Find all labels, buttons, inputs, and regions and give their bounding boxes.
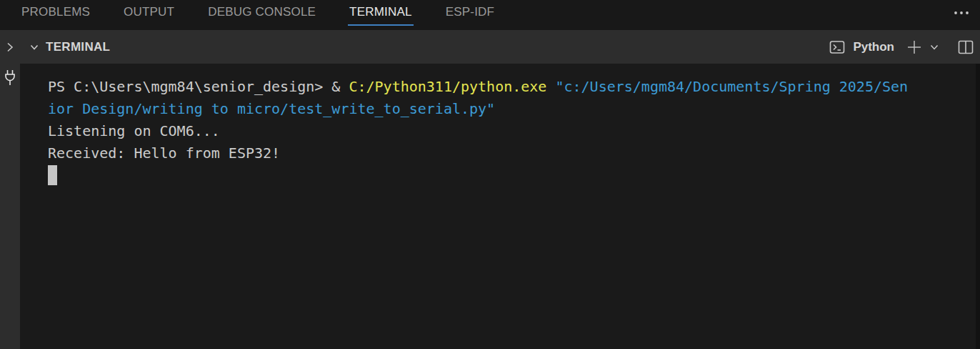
terminal-line: Listening on COM6... [48, 120, 976, 142]
panel-tabbar-tabs: PROBLEMSOUTPUTDEBUG CONSOLETERMINALESP-I… [20, 0, 526, 26]
terminal-text-segment [546, 78, 555, 95]
tab-terminal[interactable]: TERMINAL [348, 0, 414, 26]
plus-icon [906, 39, 923, 56]
tab-problems[interactable]: PROBLEMS [20, 0, 91, 26]
tab-debug-console[interactable]: DEBUG CONSOLE [206, 0, 317, 26]
terminal-cursor-line [48, 164, 976, 187]
tab-esp-idf[interactable]: ESP-IDF [444, 0, 496, 26]
split-pane-icon [957, 39, 974, 55]
terminal-line: PS C:\Users\mgm84\senior_design> & C:/Py… [48, 76, 976, 98]
terminal-output[interactable]: PS C:\Users\mgm84\senior_design> & C:/Py… [20, 64, 980, 349]
terminal-shell-icon [829, 39, 846, 55]
tab-output[interactable]: OUTPUT [122, 0, 176, 26]
chevron-down-icon [929, 41, 940, 53]
launch-profile-dropdown[interactable] [929, 41, 940, 53]
ellipsis-icon [953, 9, 970, 16]
terminal-cursor [48, 165, 57, 185]
terminal-header-actions: Python [829, 39, 980, 56]
plug-icon[interactable] [3, 69, 17, 87]
terminal-line: Received: Hello from ESP32! [48, 142, 976, 164]
terminal-text-segment: "c:/Users/mgm84/Documents/Spring 2025/Se… [555, 78, 908, 95]
new-terminal-button[interactable] [906, 39, 923, 56]
terminal-text-segment: C:/Python311/python.exe [349, 78, 546, 95]
terminal-title: TERMINAL [46, 40, 110, 54]
terminal-text-segment: Received: Hello from ESP32! [48, 144, 280, 162]
chevron-down-icon [29, 41, 40, 53]
terminal-text-segment: PS C:\Users\mgm84\senior_design> & [48, 78, 349, 95]
terminal-section-header[interactable]: TERMINAL [29, 40, 110, 54]
terminal-body: PS C:\Users\mgm84\senior_design> & C:/Py… [0, 64, 980, 349]
terminal-text-segment: ior Design/writing to micro/test_write_t… [48, 100, 495, 117]
panel-tabbar: PROBLEMSOUTPUTDEBUG CONSOLETERMINALESP-I… [0, 0, 980, 30]
chevron-right-icon [4, 41, 16, 54]
terminal-shell-label: Python [853, 40, 894, 54]
terminal-gutter [0, 64, 20, 349]
panel-expand-button[interactable] [0, 41, 20, 54]
terminal-header: TERMINAL Python [0, 30, 980, 64]
terminal-text-segment: Listening on COM6... [48, 122, 220, 139]
split-terminal-button[interactable] [957, 39, 974, 55]
terminal-panel: PROBLEMSOUTPUTDEBUG CONSOLETERMINALESP-I… [0, 0, 980, 349]
terminal-line: ior Design/writing to micro/test_write_t… [48, 98, 976, 120]
panel-more-actions[interactable] [953, 0, 980, 26]
